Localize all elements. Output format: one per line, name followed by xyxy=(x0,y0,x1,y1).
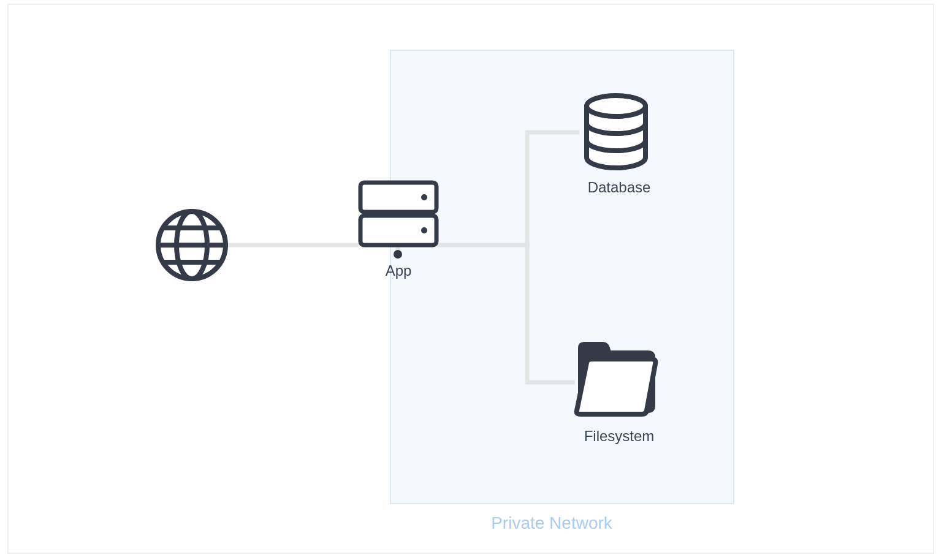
svg-point-7 xyxy=(587,96,645,116)
edge-app-stub-dot xyxy=(394,250,402,259)
private-network-label: Private Network xyxy=(441,513,662,533)
svg-point-6 xyxy=(421,227,427,233)
svg-point-5 xyxy=(421,194,427,200)
database-icon xyxy=(587,96,645,168)
architecture-diagram xyxy=(0,0,944,560)
filesystem-label: Filesystem xyxy=(558,428,680,445)
server-icon xyxy=(360,183,436,245)
globe-icon xyxy=(158,211,226,279)
folder-icon xyxy=(577,344,656,414)
database-label: Database xyxy=(564,179,674,196)
app-label: App xyxy=(349,262,447,279)
